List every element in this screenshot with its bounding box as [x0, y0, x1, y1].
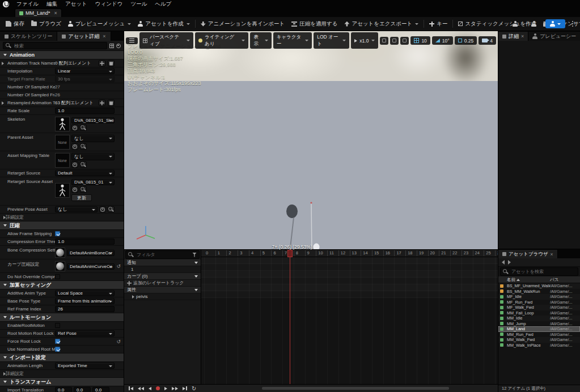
timeline-track-0[interactable]: カーブ (0)	[124, 273, 201, 280]
asset-row-mf_run_fwd[interactable]: MF_Run_Fwd/All/Game/...	[498, 300, 580, 305]
tab-close-icon[interactable]: ×	[521, 33, 524, 39]
tab-skeleton-tree[interactable]: スケルトンツリー	[0, 32, 57, 41]
more-options-icon[interactable]	[570, 20, 575, 27]
checkbox[interactable]	[55, 339, 60, 344]
viewport-x10-button[interactable]: x1.0	[351, 32, 378, 49]
rotation-snap-button[interactable]: 10°	[432, 36, 453, 45]
details-search-box[interactable]	[3, 42, 107, 49]
vector-component-input[interactable]: 0.0	[55, 387, 72, 392]
asset-row-mm_walk_inplace[interactable]: MM_Walk_InPlace/All/Game/...	[498, 343, 580, 348]
toolbar-create-asset-button[interactable]: アセットを作成	[134, 19, 193, 29]
asset-row-mm_land[interactable]: MM_Land/All/Game/...	[498, 326, 580, 332]
playhead-handle[interactable]	[287, 250, 293, 257]
toolbar-browse-button[interactable]: ブラウズ	[28, 19, 65, 29]
category-header[interactable]: 加算セッティング	[0, 281, 124, 289]
dropdown[interactable]: Local Space	[55, 290, 115, 296]
use-selected-asset-button[interactable]	[71, 186, 78, 193]
asset-dropdown[interactable]: なし	[71, 135, 115, 142]
viewport-option-icon[interactable]	[390, 37, 399, 45]
add-element-button[interactable]	[99, 100, 105, 106]
use-selected-asset-button[interactable]	[99, 206, 106, 212]
tab-close-icon[interactable]: ×	[551, 252, 553, 257]
asset-row-mm_fall_loop[interactable]: MM_Fall_Loop/All/Game/...	[498, 310, 580, 316]
checkbox[interactable]	[55, 347, 60, 352]
viewport-option-icon[interactable]	[380, 37, 388, 45]
reset-to-default-icon[interactable]: ↺	[116, 339, 121, 344]
grid-snap-button[interactable]: 10	[410, 36, 430, 45]
preview-controller-button[interactable]	[545, 19, 565, 28]
browse-to-asset-button[interactable]	[80, 125, 87, 131]
asset-tab-mm-land[interactable]: MM_Land* ×	[15, 8, 62, 17]
expand-caret-icon[interactable]	[132, 295, 134, 299]
vector-component-input[interactable]: 0.0	[92, 387, 109, 392]
asset-row-mf_walk_fwd[interactable]: MF_Walk_Fwd/All/Game/...	[498, 305, 580, 310]
tab-close-icon[interactable]: ×	[103, 33, 105, 39]
toolbar-save-button[interactable]: 保存	[2, 19, 28, 29]
timeline-ruler[interactable]: 0123456789101112131415161718192021222324…	[201, 250, 498, 257]
menu-file[interactable]: ファイル	[12, 0, 43, 8]
category-header[interactable]: Animation	[0, 51, 124, 59]
tab-close-icon[interactable]: ×	[54, 10, 57, 16]
toolbar-reimport-button[interactable]: アニメーションを再インポート	[197, 19, 288, 29]
value-input[interactable]: 1.0	[55, 238, 115, 245]
category-header[interactable]: 圧縮	[0, 221, 124, 230]
use-selected-asset-button[interactable]	[71, 143, 78, 150]
delete-elements-button[interactable]	[108, 60, 115, 66]
expand-caret-icon[interactable]	[2, 101, 4, 105]
toolbar-compress-button[interactable]: 圧縮を適用する	[288, 19, 341, 29]
preview-profile-button[interactable]	[508, 19, 522, 28]
tab-asset-details[interactable]: アセット詳細 ×	[57, 32, 111, 41]
browse-to-asset-button[interactable]	[80, 143, 87, 150]
dropdown[interactable]: Frame from this animation	[55, 298, 115, 304]
tab-details[interactable]: 詳細 ×	[498, 32, 528, 41]
viewport--button[interactable]: 表示	[250, 32, 271, 49]
asset-search-box[interactable]	[500, 267, 578, 276]
update-button[interactable]: 更新	[71, 194, 92, 201]
transport-play-reverse-button[interactable]	[149, 387, 151, 390]
viewport-menu-button[interactable]	[126, 37, 138, 44]
column-path[interactable]: パス	[550, 277, 578, 283]
viewport-option-icon[interactable]	[400, 37, 409, 45]
expand-caret-icon[interactable]	[2, 62, 4, 65]
timeline-track-1[interactable]: 1	[124, 266, 201, 273]
dropdown[interactable]: Default	[55, 170, 115, 176]
vector-component-input[interactable]: 0.0	[74, 387, 91, 392]
delete-elements-button[interactable]	[108, 100, 115, 106]
view-options-icon[interactable]	[109, 44, 114, 48]
asset-row-mf_idle[interactable]: MF_Idle/All/Game/...	[498, 294, 580, 300]
checkbox[interactable]	[55, 231, 60, 236]
unreal-logo-icon[interactable]	[3, 1, 9, 7]
transport-step-forward-button[interactable]	[172, 387, 178, 390]
asset-thumbnail[interactable]	[55, 248, 65, 258]
transport-loop-button[interactable]: ↻	[192, 386, 196, 391]
timeline-track-[interactable]: 通知	[124, 259, 201, 266]
value-input[interactable]: 26	[55, 306, 115, 312]
toolbar-preview-mesh-button[interactable]: プレビューメッシュ	[65, 19, 134, 29]
settings-gear-icon[interactable]	[116, 44, 121, 48]
asset-thumbnail[interactable]	[55, 261, 65, 271]
column-name[interactable]: 名前	[507, 277, 550, 283]
back-arrow-icon[interactable]	[502, 260, 505, 265]
asset-thumbnail[interactable]	[55, 183, 70, 198]
category-header[interactable]: インポート設定	[0, 353, 124, 362]
menu-tools[interactable]: ツール	[126, 0, 151, 8]
asset-dropdown[interactable]: DefaultAnimBoneCor	[67, 250, 115, 256]
transport-to-front-button[interactable]	[129, 386, 133, 390]
browse-to-asset-button[interactable]	[108, 206, 115, 212]
timeline-scrollbar[interactable]	[262, 387, 449, 390]
asset-dropdown[interactable]: DVA_0815_01	[71, 179, 115, 185]
reset-to-default-icon[interactable]: ↺	[116, 263, 121, 269]
viewport-lod-button[interactable]: LOD オート	[314, 32, 349, 49]
asset-row-mm_walk_fwd[interactable]: MM_Walk_Fwd/All/Game/...	[498, 337, 580, 343]
tab-preview-scene[interactable]: プレビューシー	[528, 32, 580, 41]
filter-funnel-icon[interactable]	[192, 253, 197, 257]
preview-viewport[interactable]: パースペクティブライティングあり表示キャラクターLOD オートx1.0 1010…	[124, 31, 498, 249]
browse-to-asset-button[interactable]	[80, 161, 87, 168]
browse-to-asset-button[interactable]	[80, 186, 87, 193]
camera-speed-button[interactable]: 4	[479, 36, 496, 45]
dropdown[interactable]: Exported Time	[55, 363, 115, 369]
tab-asset-browser[interactable]: アセットブラウザ ×	[498, 250, 558, 258]
chevron-down-icon[interactable]	[194, 275, 198, 278]
transport-play-button[interactable]	[164, 387, 167, 390]
timeline-track-pelvis[interactable]: pelvis	[124, 293, 201, 300]
